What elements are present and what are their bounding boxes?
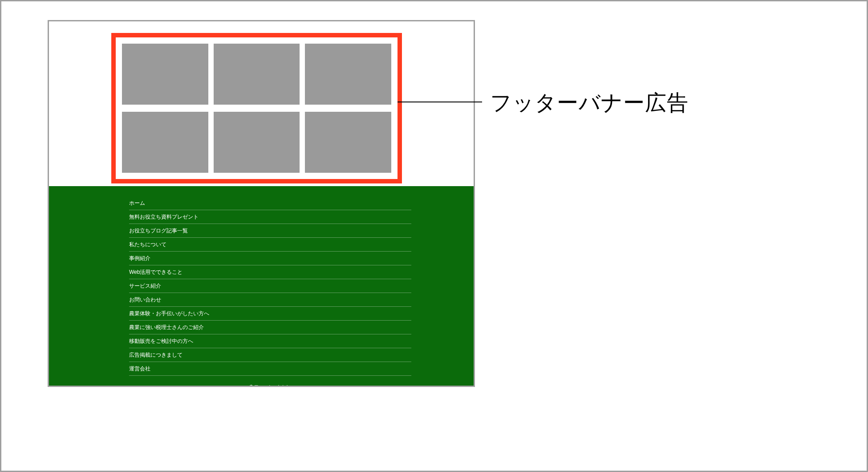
callout-label: フッターバナー広告	[490, 89, 689, 117]
footer-banner-highlight-box	[111, 33, 402, 183]
footer-link-free-materials[interactable]: 無料お役立ち資料プレゼント	[129, 210, 411, 224]
site-footer: ホーム 無料お役立ち資料プレゼント お役立ちブログ記事一覧 私たちについて 事例…	[49, 186, 474, 386]
diagram-canvas: ホーム 無料お役立ち資料プレゼント お役立ちブログ記事一覧 私たちについて 事例…	[0, 0, 868, 472]
footer-link-tax[interactable]: 農業に強い税理士さんのご紹介	[129, 321, 411, 334]
footer-link-home[interactable]: ホーム	[129, 199, 411, 210]
website-mockup-frame: ホーム 無料お役立ち資料プレゼント お役立ちブログ記事一覧 私たちについて 事例…	[48, 20, 475, 387]
footer-link-about[interactable]: 私たちについて	[129, 238, 411, 252]
footer-link-company[interactable]: 運営会社	[129, 362, 411, 376]
footer-link-mobile-sales[interactable]: 移動販売をご検討中の方へ	[129, 334, 411, 348]
footer-nav-list: ホーム 無料お役立ち資料プレゼント お役立ちブログ記事一覧 私たちについて 事例…	[129, 199, 411, 376]
footer-link-contact[interactable]: お問い合わせ	[129, 293, 411, 307]
copyright-text: © ファームコネクト.	[129, 384, 411, 387]
banner-ad-placeholder[interactable]	[122, 112, 208, 173]
upper-content-area	[49, 21, 474, 186]
banner-ad-placeholder[interactable]	[305, 112, 391, 173]
banner-ad-placeholder[interactable]	[122, 44, 208, 105]
banner-ad-grid	[122, 44, 391, 173]
footer-link-experience[interactable]: 農業体験・お手伝いがしたい方へ	[129, 307, 411, 321]
footer-link-ads[interactable]: 広告掲載につきまして	[129, 348, 411, 362]
banner-ad-placeholder[interactable]	[214, 44, 300, 105]
footer-link-web[interactable]: Web活用でできること	[129, 265, 411, 279]
banner-ad-placeholder[interactable]	[305, 44, 391, 105]
footer-link-blog[interactable]: お役立ちブログ記事一覧	[129, 224, 411, 238]
footer-link-cases[interactable]: 事例紹介	[129, 252, 411, 265]
footer-link-service[interactable]: サービス紹介	[129, 279, 411, 293]
banner-ad-placeholder[interactable]	[214, 112, 300, 173]
callout-connector-line	[397, 102, 482, 102]
